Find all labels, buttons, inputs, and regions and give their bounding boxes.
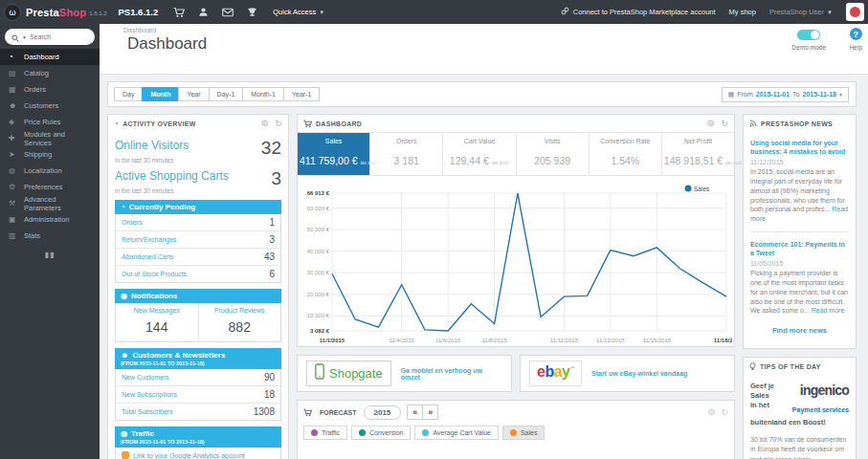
- panel-settings-gear-icon[interactable]: ⚙: [707, 119, 715, 128]
- pending-row-orders[interactable]: Orders1: [116, 214, 280, 231]
- panel-settings-gear-icon[interactable]: ⚙: [261, 119, 269, 128]
- range-button-day-1[interactable]: Day-1: [209, 87, 244, 101]
- row-value: 1: [269, 217, 275, 228]
- kpi-tab-visits[interactable]: Visits205 939: [517, 133, 590, 175]
- panel-refresh-icon[interactable]: ↻: [721, 407, 728, 417]
- quick-access-menu[interactable]: Quick Access▼: [273, 8, 324, 16]
- read-more-link[interactable]: Read more: [812, 307, 845, 314]
- sidebar-item-administration[interactable]: ▣Administration: [0, 211, 100, 228]
- pending-row-out-of-stock[interactable]: Out of Stock Products6: [116, 266, 280, 282]
- range-button-day[interactable]: Day: [114, 87, 143, 101]
- brand-name: PrestaShop: [26, 7, 86, 18]
- sidebar-item-shipping[interactable]: ➤Shipping: [0, 146, 100, 163]
- sidebar: ▼ ◔Dashboard ▤Catalog ▦Orders ☻Customers…: [0, 24, 100, 459]
- shopgate-module-card[interactable]: Shopgate Ga mobiel en verhoog uw omzet: [297, 355, 512, 392]
- legend-toggle-traffic[interactable]: Traffic: [303, 426, 347, 440]
- kpi-label: Sales: [300, 138, 367, 144]
- my-shop-link[interactable]: My shop: [729, 8, 756, 16]
- sidebar-item-catalog[interactable]: ▤Catalog: [0, 65, 100, 81]
- pending-row-returns[interactable]: Return/Exchanges3: [116, 231, 280, 249]
- kpi-tab-cart-value[interactable]: Cart Value129,44 € tax excl.: [443, 133, 516, 175]
- cart-icon[interactable]: [173, 7, 185, 18]
- online-visitors-sub: in the last 30 minutes: [115, 157, 281, 164]
- traffic-section: ◍Traffic (FROM 2015-11-01 TO 2015-11-18)…: [115, 426, 281, 459]
- trophy-icon[interactable]: [247, 7, 257, 17]
- ebay-logo: e b a y ™: [529, 361, 582, 386]
- range-button-month-1[interactable]: Month-1: [242, 87, 284, 101]
- sidebar-search[interactable]: ▼: [5, 29, 95, 45]
- google-analytics-link[interactable]: Link to your Google Analytics account: [133, 452, 245, 459]
- mail-icon[interactable]: [222, 8, 234, 17]
- tip-body: 30 tot 70% van de consumenten in Europa …: [750, 435, 849, 459]
- sidebar-item-preferences[interactable]: ⚙Preferences: [0, 179, 100, 195]
- sidebar-item-localization[interactable]: ◍Localization: [0, 163, 100, 179]
- marketplace-link-label: Connect to PrestaShop Marketplace accoun…: [573, 8, 716, 16]
- customers-row-new-customers[interactable]: New Customers90: [116, 369, 280, 386]
- google-analytics-row[interactable]: Link to your Google Analytics account: [115, 448, 281, 459]
- employee-icon[interactable]: [198, 7, 209, 17]
- sidebar-item-advanced-parameters[interactable]: ⚒Advanced Parameters: [0, 195, 100, 211]
- sidebar-collapse-button[interactable]: ▮▮: [0, 251, 100, 259]
- brand-shop: Shop: [59, 7, 86, 18]
- help-icon[interactable]: ?: [850, 28, 862, 40]
- ebay-module-card[interactable]: e b a y ™ Start uw eBay-winkel vandaag: [520, 355, 735, 392]
- product-reviews-cell[interactable]: Product Reviews882: [198, 303, 281, 341]
- sidebar-item-customers[interactable]: ☻Customers: [0, 98, 100, 114]
- legend-toggle-sales[interactable]: Sales: [502, 426, 545, 440]
- panel-settings-gear-icon[interactable]: ⚙: [707, 407, 715, 417]
- search-input[interactable]: [30, 33, 79, 40]
- marketplace-link[interactable]: Connect to PrestaShop Marketplace accoun…: [561, 7, 716, 17]
- sales-dot-icon: [510, 429, 517, 436]
- forecast-legend: Traffic Conversion Average Cart Value Sa…: [298, 424, 734, 448]
- average-cart-value-dot-icon: [422, 429, 429, 436]
- panel-refresh-icon[interactable]: ↻: [721, 119, 728, 128]
- legend-toggle-average-cart-value[interactable]: Average Cart Value: [414, 426, 498, 440]
- prestashop-news-panel: PRESTASHOP NEWS Using social media for y…: [743, 114, 857, 349]
- news-article-title[interactable]: Using social media for your business: 4 …: [750, 139, 849, 156]
- demo-mode-toggle[interactable]: [797, 30, 820, 40]
- kpi-value: 148 918,51 €: [664, 155, 723, 166]
- shopgate-link[interactable]: Ga mobiel en verhoog uw omzet: [401, 367, 502, 381]
- ebay-link[interactable]: Start uw eBay-winkel vandaag: [591, 370, 687, 377]
- shop-name-link[interactable]: PS1.6.1.2: [119, 7, 159, 17]
- user-menu[interactable]: PrestaShop User▼: [769, 8, 833, 16]
- ebay-letter: b: [545, 363, 553, 381]
- forecast-next-button[interactable]: »: [422, 404, 438, 420]
- online-visitors-link[interactable]: Online Visitors: [115, 139, 189, 152]
- panel-refresh-icon[interactable]: ↻: [275, 119, 282, 128]
- sidebar-item-price-rules[interactable]: ◈Price Rules: [0, 114, 100, 130]
- kpi-tab-orders[interactable]: Orders3 181: [370, 133, 443, 175]
- find-more-news-link[interactable]: Find more news: [750, 326, 849, 335]
- content: Day Month Year Day-1 Month-1 Year-1 ▦ Fr…: [100, 75, 868, 459]
- user-avatar[interactable]: [846, 3, 864, 21]
- range-button-year[interactable]: Year: [178, 87, 209, 101]
- brand-presta: Presta: [26, 7, 59, 18]
- sidebar-item-orders[interactable]: ▦Orders: [0, 81, 100, 98]
- sidebar-item-modules-and-services[interactable]: ✚Modules and Services: [0, 130, 100, 146]
- date-range-picker[interactable]: ▦ From 2015-11-01 To 2015-11-18 ▾: [722, 87, 849, 102]
- svg-text:60 000 €: 60 000 €: [307, 206, 330, 211]
- search-scope-caret-icon[interactable]: ▼: [22, 34, 27, 40]
- active-carts-link[interactable]: Active Shopping Carts: [115, 169, 229, 183]
- kpi-tab-sales[interactable]: Sales411 759,00 € tax excl.: [298, 133, 370, 175]
- news-article-title[interactable]: Ecommerce 101: Payments in a Tweet: [750, 240, 849, 257]
- customers-row-new-subscriptions[interactable]: New Subscriptions18: [116, 386, 280, 404]
- forecast-year-selector[interactable]: 2015: [364, 405, 402, 420]
- sidebar-item-stats[interactable]: ▥Stats: [0, 228, 100, 244]
- kpi-tab-conversion-rate[interactable]: Conversion Rate1.54%: [590, 133, 662, 175]
- pending-row-abandoned-carts[interactable]: Abandoned Carts43: [116, 249, 280, 266]
- forecast-prev-button[interactable]: «: [407, 404, 423, 420]
- range-button-year-1[interactable]: Year-1: [283, 87, 320, 101]
- svg-text:20 000 €: 20 000 €: [307, 292, 330, 297]
- legend-toggle-conversion[interactable]: Conversion: [351, 426, 411, 440]
- sidebar-item-dashboard[interactable]: ◔Dashboard: [0, 49, 100, 65]
- kpi-suffix: tax excl.: [492, 160, 509, 165]
- svg-text:11/8/2015: 11/8/2015: [481, 338, 507, 343]
- customers-row-total-subscribers[interactable]: Total Subscribers1308: [116, 404, 280, 420]
- shopgate-logo: Shopgate: [306, 361, 391, 386]
- range-button-month[interactable]: Month: [142, 87, 179, 101]
- kpi-tab-net-profit[interactable]: Net Profit148 918,51 € tax excl.: [662, 133, 734, 175]
- rss-icon: [749, 120, 757, 127]
- new-messages-cell[interactable]: New Messages144: [116, 303, 198, 341]
- tips-of-the-day-panel: TIPS OF THE DAY ingenico Payment service…: [743, 357, 857, 459]
